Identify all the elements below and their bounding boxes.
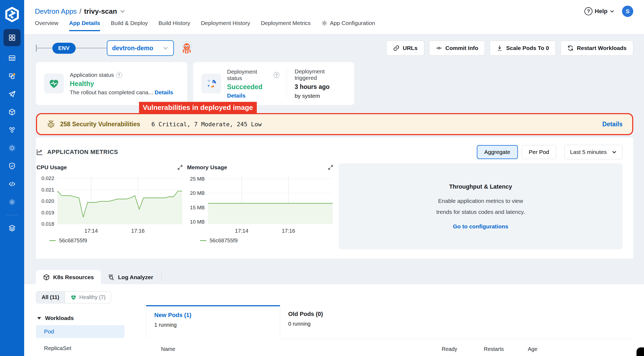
application-status-card[interactable]: Application status ? Healthy The rollout… — [36, 62, 187, 105]
filter-healthy[interactable]: Healthy (7) — [65, 292, 111, 303]
tab-old-pods[interactable]: Old Pods (0) 0 running — [280, 305, 430, 339]
help-label: Help — [595, 8, 608, 15]
urls-button-label: URLs — [403, 45, 418, 51]
resource-tree: Workloads Pod ReplicaSet — [36, 305, 146, 355]
help-circle-icon[interactable]: ? — [116, 72, 122, 78]
breadcrumb-parent-link[interactable]: Devtron Apps — [35, 7, 77, 16]
tab-app-configuration[interactable]: App Configuration — [321, 20, 375, 31]
tab-overview[interactable]: Overview — [35, 20, 58, 31]
pod-tabs: New Pods (1) 1 running Old Pods (0) 0 ru… — [146, 305, 633, 339]
env-tag: ENV — [52, 43, 76, 54]
help-menu[interactable]: ? Help — [584, 7, 614, 15]
expand-icon[interactable] — [177, 165, 183, 170]
tab-build-deploy[interactable]: Build & Deploy — [111, 20, 148, 31]
security-vulnerabilities-bar[interactable]: 258 Security Vulnerabilities 6 Critical,… — [36, 113, 633, 135]
tree-item-replicaset[interactable]: ReplicaSet — [36, 342, 125, 355]
user-avatar[interactable]: S — [622, 6, 633, 17]
deployment-rocket-icon — [201, 74, 221, 94]
tab-build-history[interactable]: Build History — [159, 20, 190, 31]
sidebar-item-applications[interactable] — [3, 29, 21, 46]
filter-all[interactable]: All (11) — [36, 292, 65, 303]
sidebar-item-global-config[interactable] — [3, 196, 21, 208]
sidebar-item-application-groups[interactable] — [3, 52, 21, 64]
sidebar-item-jobs[interactable] — [3, 70, 21, 82]
blocks-icon — [8, 72, 16, 80]
app-tabs: Overview App Details Build & Deploy Buil… — [35, 20, 633, 31]
legend-swatch — [49, 240, 56, 241]
urls-button[interactable]: URLs — [386, 41, 424, 56]
restart-workloads-button-label: Restart Workloads — [577, 45, 627, 51]
environment-bar: ENV devtron-demo — [36, 40, 633, 56]
tab-k8s-resources[interactable]: K8s Resources — [36, 270, 101, 284]
tree-group-workloads[interactable]: Workloads — [36, 315, 146, 321]
go-to-configurations-link[interactable]: Go to configurations — [453, 223, 508, 230]
time-range-select[interactable]: Last 5 minutes — [564, 145, 623, 159]
main-area: Devtron Apps / trivy-scan ? Help S Overv… — [24, 0, 644, 356]
scale-pods-button[interactable]: Scale Pods To 0 — [490, 41, 556, 56]
throughput-text-line1: Enable application metrics to view — [438, 197, 523, 205]
tab-deployment-history[interactable]: Deployment History — [201, 20, 250, 31]
tab-app-details[interactable]: App Details — [69, 20, 100, 31]
deployment-triggered-time: 3 hours ago — [295, 83, 346, 91]
octopus-mascot-icon — [180, 41, 194, 56]
tab-divider — [161, 273, 162, 281]
per-pod-toggle-button[interactable]: Per Pod — [522, 145, 557, 159]
svg-text:17:14: 17:14 — [85, 228, 98, 234]
svg-text:17:16: 17:16 — [131, 228, 145, 234]
mouse-cursor — [636, 347, 644, 356]
throughput-text-line2: trends for status codes and latency. — [436, 208, 525, 216]
pods-table-header: Name Ready Restarts Age — [146, 346, 633, 352]
pod-tabs-filler — [430, 305, 633, 339]
environment-select[interactable]: devtron-demo — [107, 40, 174, 56]
sidebar-item-monitoring[interactable] — [3, 142, 21, 154]
rocket-icon — [8, 90, 16, 98]
sidebar-item-code[interactable] — [3, 178, 21, 190]
tab-new-pods[interactable]: New Pods (1) 1 running — [146, 305, 280, 339]
breadcrumb-current: trivy-scan — [84, 7, 117, 16]
column-age: Age — [528, 346, 633, 352]
help-circle-icon[interactable]: ? — [274, 72, 279, 78]
expand-icon[interactable] — [328, 165, 333, 170]
tree-group-label: Workloads — [45, 315, 74, 321]
breadcrumb: Devtron Apps / trivy-scan ? Help S — [35, 4, 633, 18]
deployment-triggered-title: Deployment triggered — [295, 68, 346, 81]
scale-pods-button-label: Scale Pods To 0 — [506, 45, 549, 51]
deployment-status-details-link[interactable]: Details — [227, 92, 246, 99]
cube-icon — [43, 274, 50, 281]
restart-workloads-button[interactable]: Restart Workloads — [561, 41, 633, 56]
column-ready: Ready — [442, 346, 484, 352]
sidebar-item-resource-browser[interactable] — [3, 106, 21, 118]
sidebar-item-deployments[interactable] — [3, 88, 21, 100]
sidebar-item-security[interactable] — [3, 160, 21, 172]
cpu-usage-widget: CPU Usage 0.0220.0210.0200.0190.01817:14… — [36, 163, 184, 249]
sidebar-item-clusters[interactable] — [3, 124, 21, 136]
tab-app-configuration-label: App Configuration — [330, 20, 375, 26]
commit-icon — [436, 45, 442, 51]
devtron-logo[interactable] — [0, 0, 24, 29]
help-icon: ? — [584, 7, 592, 15]
application-status-details-link[interactable]: Details — [155, 89, 173, 95]
memory-usage-widget: Memory Usage 25 MB20 MB15 MB10 MB17:1417… — [186, 163, 335, 249]
env-connector-line — [76, 48, 107, 48]
deployment-status-card[interactable]: Deployment status ? Succeeded Details De… — [193, 62, 354, 105]
vulnerabilities-details-link[interactable]: Details — [602, 121, 623, 128]
svg-text:17:16: 17:16 — [282, 228, 295, 234]
tree-item-pod[interactable]: Pod — [36, 325, 125, 338]
commit-info-button[interactable]: Commit Info — [429, 41, 485, 56]
tab-log-analyzer[interactable]: Log Analyzer — [101, 270, 160, 284]
legend-swatch — [200, 240, 206, 241]
memory-usage-chart: 25 MB20 MB15 MB10 MB17:1417:16 — [186, 173, 335, 235]
card-divider — [287, 69, 287, 98]
commit-info-button-label: Commit Info — [445, 45, 478, 51]
sidebar-item-stack-manager[interactable] — [3, 222, 21, 234]
svg-text:15 MB: 15 MB — [190, 205, 205, 210]
svg-text:0.022: 0.022 — [41, 175, 54, 181]
old-pods-subtitle: 0 running — [288, 321, 422, 327]
sun-icon — [8, 144, 16, 152]
app-switcher-chevron-icon[interactable] — [120, 8, 126, 14]
svg-text:0.018: 0.018 — [41, 221, 54, 227]
chevron-down-icon — [612, 149, 617, 155]
application-status-message: The rollout has completed cana... — [70, 89, 153, 95]
tab-deployment-metrics[interactable]: Deployment Metrics — [261, 20, 311, 31]
aggregate-toggle-button[interactable]: Aggregate — [477, 145, 518, 159]
